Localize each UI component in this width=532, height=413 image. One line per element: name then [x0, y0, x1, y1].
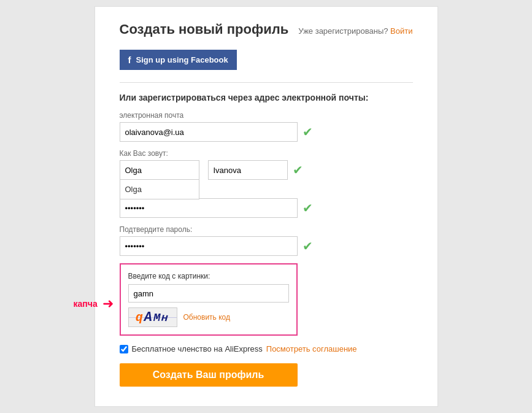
captcha-annotation-label: капча [74, 299, 98, 309]
last-name-input[interactable] [208, 160, 288, 180]
email-check-icon: ✔ [303, 125, 313, 139]
registration-form: Создать новый профиль Уже зарегистрирова… [94, 6, 438, 407]
agreement-link[interactable]: Посмотреть соглашение [266, 344, 357, 353]
facebook-button-label: Sign up using Facebook [136, 55, 228, 64]
confirm-password-input-row: ✔ [120, 236, 413, 256]
or-section-label: Или зарегистрироваться через адрес элект… [120, 93, 413, 102]
agreement-row: Бесплатное членство на AliExpress Посмот… [120, 344, 413, 353]
agreement-text: Бесплатное членство на AliExpress [132, 344, 263, 353]
already-registered-text: Уже зарегистрированы? Войти [298, 26, 412, 36]
submit-button[interactable]: Создать Ваш профиль [120, 363, 298, 387]
name-check-icon: ✔ [293, 163, 303, 177]
captcha-label: Введите код с картинки: [128, 272, 289, 280]
facebook-icon: f [128, 55, 131, 65]
captcha-outer-wrapper: капча ➜ Введите код с картинки: qAMн Обн… [120, 263, 413, 344]
form-header: Создать новый профиль Уже зарегистрирова… [120, 21, 413, 37]
first-name-input[interactable] [120, 160, 199, 180]
captcha-box: Введите код с картинки: qAMн Обновить ко… [120, 263, 298, 336]
password-input-row: ✔ [120, 198, 413, 218]
name-input-row: Olga ✔ [120, 160, 413, 180]
page-title: Создать новый профиль [120, 21, 289, 37]
login-link[interactable]: Войти [390, 26, 412, 36]
captcha-image: qAMн [128, 307, 177, 327]
confirm-password-label: Подтвердите пароль: [120, 225, 413, 234]
confirm-password-input[interactable] [120, 236, 298, 256]
section-divider [120, 82, 413, 83]
confirm-password-group: Подтвердите пароль: ✔ [120, 225, 413, 256]
captcha-image-row: qAMн Обновить код [128, 307, 289, 327]
captcha-refresh-link[interactable]: Обновить код [183, 313, 230, 322]
name-label: Как Вас зовут: [120, 149, 413, 158]
captcha-arrow-icon: ➜ [102, 296, 114, 312]
agreement-checkbox[interactable] [120, 345, 128, 353]
email-input[interactable] [120, 122, 298, 142]
password-check-icon: ✔ [303, 201, 313, 215]
email-group: электронная почта ✔ [120, 111, 413, 142]
email-label: электронная почта [120, 111, 413, 120]
captcha-input[interactable] [128, 284, 289, 303]
first-name-wrapper: Olga [120, 160, 199, 180]
confirm-password-check-icon: ✔ [303, 239, 313, 253]
autocomplete-item[interactable]: Olga [120, 182, 199, 196]
autocomplete-dropdown: Olga [120, 180, 199, 199]
captcha-image-text: qAMн [136, 310, 169, 325]
password-input[interactable] [120, 198, 298, 218]
facebook-signup-button[interactable]: f Sign up using Facebook [120, 50, 237, 70]
name-group: Как Вас зовут: Olga ✔ [120, 149, 413, 180]
email-input-row: ✔ [120, 122, 413, 142]
